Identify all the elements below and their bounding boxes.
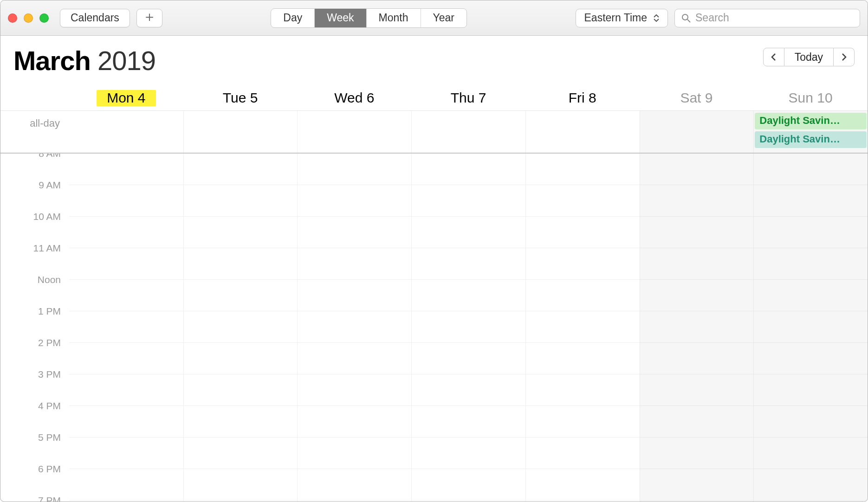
day-column[interactable] <box>640 154 754 502</box>
window-controls <box>8 13 49 23</box>
all-day-event[interactable]: Daylight Savin… <box>755 113 867 129</box>
time-label: 7 PM <box>0 495 69 502</box>
today-button[interactable]: Today <box>784 48 833 66</box>
time-label: 6 PM <box>0 463 69 495</box>
timezone-label: Eastern Time <box>584 12 648 24</box>
time-label: 2 PM <box>0 337 69 369</box>
view-week-label: Week <box>327 12 354 24</box>
timezone-picker[interactable]: Eastern Time <box>576 9 668 27</box>
view-year-label: Year <box>433 12 454 24</box>
title-year: 2019 <box>97 45 155 76</box>
calendars-button-label: Calendars <box>71 12 119 24</box>
time-label: 4 PM <box>0 400 69 432</box>
time-label: 3 PM <box>0 369 69 400</box>
day-header-label: Wed 6 <box>334 90 374 105</box>
all-day-cell[interactable]: Daylight Savin… Daylight Savin… <box>753 111 868 153</box>
time-grid: 8 AM 9 AM 10 AM 11 AM Noon 1 PM 2 PM 3 P… <box>0 154 868 502</box>
day-header: Thu 7 <box>411 90 525 110</box>
view-week[interactable]: Week <box>315 9 366 27</box>
all-day-event[interactable]: Daylight Savin… <box>755 131 867 148</box>
all-day-cell[interactable] <box>525 111 640 153</box>
day-header-label: Tue 5 <box>223 90 258 105</box>
all-day-cell[interactable] <box>297 111 411 153</box>
view-month[interactable]: Month <box>367 9 421 27</box>
view-day-label: Day <box>283 12 302 24</box>
day-header-label: Sat 9 <box>680 90 713 105</box>
day-header-label: Mon 4 <box>97 90 155 106</box>
all-day-cell[interactable] <box>69 111 183 153</box>
chevron-left-icon <box>771 53 777 61</box>
time-label: 5 PM <box>0 432 69 463</box>
svg-line-1 <box>687 19 690 22</box>
zoom-window-button[interactable] <box>39 13 49 23</box>
day-header: Wed 6 <box>297 90 411 110</box>
search-field[interactable] <box>674 9 860 27</box>
day-header-label: Thu 7 <box>451 90 486 105</box>
all-day-cell[interactable] <box>411 111 525 153</box>
nav-group: Today <box>763 48 855 66</box>
minimize-window-button[interactable] <box>24 13 33 23</box>
up-down-chevron-icon <box>654 14 659 22</box>
day-header: Sun 10 <box>753 90 868 110</box>
time-label: 10 AM <box>0 211 69 243</box>
view-day[interactable]: Day <box>271 9 315 27</box>
day-column[interactable] <box>69 154 183 502</box>
close-window-button[interactable] <box>8 13 17 23</box>
add-event-button[interactable]: ＋ <box>136 9 162 27</box>
day-header: Fri 8 <box>525 90 640 110</box>
day-column[interactable] <box>297 154 411 502</box>
search-input[interactable] <box>695 12 853 24</box>
calendars-button[interactable]: Calendars <box>60 9 130 27</box>
toolbar: Calendars ＋ Day Week Month Year Eastern … <box>0 0 868 36</box>
today-button-label: Today <box>795 51 823 64</box>
calendar-window: Calendars ＋ Day Week Month Year Eastern … <box>0 0 868 502</box>
day-header-label: Sun 10 <box>789 90 833 105</box>
svg-point-0 <box>682 14 688 20</box>
time-label: 8 AM <box>0 154 69 180</box>
header-bar: March 2019 Today <box>0 36 868 76</box>
view-year[interactable]: Year <box>421 9 466 27</box>
day-header: Sat 9 <box>640 90 754 110</box>
all-day-cell[interactable] <box>183 111 298 153</box>
time-label: 11 AM <box>0 243 69 274</box>
day-header: Mon 4 <box>69 90 183 110</box>
day-column[interactable] <box>753 154 868 502</box>
title-month: March <box>13 45 91 76</box>
view-month-label: Month <box>379 12 408 24</box>
event-title: Daylight Savin… <box>759 133 840 145</box>
chevron-right-icon <box>841 53 847 61</box>
all-day-label: all-day <box>0 111 69 153</box>
day-header-label: Fri 8 <box>569 90 596 105</box>
day-column[interactable] <box>183 154 298 502</box>
day-column[interactable] <box>411 154 525 502</box>
prev-week-button[interactable] <box>763 48 784 66</box>
all-day-row: all-day Daylight Savin… Daylight Savin… <box>0 110 868 154</box>
day-column[interactable] <box>525 154 640 502</box>
time-label: 1 PM <box>0 306 69 337</box>
time-label: Noon <box>0 274 69 306</box>
time-label: 9 AM <box>0 180 69 211</box>
day-header-row: Mon 4 Tue 5 Wed 6 Thu 7 Fri 8 Sat 9 Sun … <box>0 90 868 110</box>
plus-icon: ＋ <box>143 7 156 26</box>
all-day-cell[interactable] <box>640 111 754 153</box>
search-icon <box>681 13 691 23</box>
day-header: Tue 5 <box>183 90 298 110</box>
event-title: Daylight Savin… <box>759 115 840 126</box>
next-week-button[interactable] <box>833 48 855 66</box>
time-axis: 8 AM 9 AM 10 AM 11 AM Noon 1 PM 2 PM 3 P… <box>0 154 69 502</box>
view-segment: Day Week Month Year <box>271 8 467 28</box>
page-title: March 2019 <box>13 45 155 76</box>
